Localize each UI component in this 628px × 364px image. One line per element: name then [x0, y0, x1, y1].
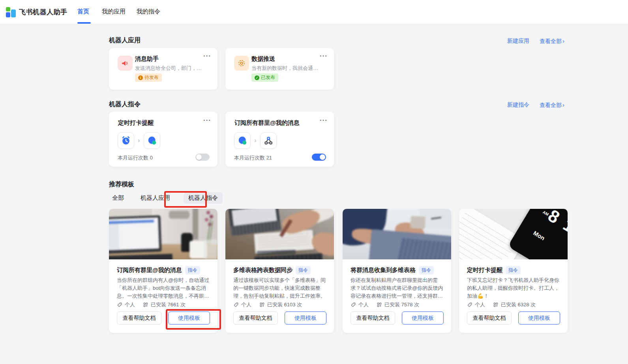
arrow-separator-icon: ›	[138, 137, 140, 144]
install-icon	[493, 302, 499, 308]
help-doc-button[interactable]: 查看帮助文档	[351, 311, 395, 325]
chat-bubble-icon	[234, 132, 251, 149]
app-title: 数据推送	[251, 55, 275, 63]
run-count-value: 0	[150, 155, 153, 161]
template-desc: 下班又忘记打卡？飞书机器人助手化身你的私人助理，提醒你按时打卡。打工人，加油💪！	[467, 276, 560, 300]
more-button[interactable]: ···	[203, 116, 211, 124]
scope-label: 个人	[475, 301, 485, 308]
view-all-commands-label: 查看全部	[540, 102, 562, 108]
enable-toggle[interactable]	[195, 154, 210, 161]
tab-home[interactable]: 首页	[77, 8, 89, 15]
check-icon: ✓	[255, 75, 259, 80]
command-title: 定时打卡提醒	[118, 119, 154, 127]
filter-all[interactable]: 全部	[109, 192, 127, 204]
template-photo-typing	[343, 209, 451, 259]
feishu-logo-icon	[6, 7, 16, 17]
help-doc-button[interactable]: 查看帮助文档	[467, 311, 512, 325]
app-desc: 发送消息给全公司，部门，…	[135, 65, 202, 72]
command-card-punch-reminder[interactable]: 定时打卡提醒 ··· › 本月运行次数 0	[109, 112, 217, 167]
status-label: 已发布	[261, 74, 275, 81]
scope-label: 个人	[241, 301, 251, 308]
run-count-value: 21	[266, 155, 272, 161]
workflow-icon	[260, 132, 277, 149]
run-count-label: 本月运行次数	[234, 155, 265, 161]
use-template-button[interactable]: 使用模板	[285, 311, 326, 325]
command-type-badge: 指令	[419, 266, 434, 274]
template-photo-laptop-window	[109, 209, 217, 259]
help-doc-button[interactable]: 查看帮助文档	[233, 311, 278, 325]
installs-label: 已安装 6328 次	[501, 301, 536, 308]
app-card-data-push[interactable]: 数据推送 当有新的数据时，我就会通… ✓ 已发布 ···	[225, 48, 334, 90]
template-stats: 个人 已安装 6103 次	[233, 301, 302, 308]
run-count-label: 本月运行次数	[118, 155, 148, 161]
view-all-commands-link[interactable]: 查看全部›	[540, 101, 564, 109]
chevron-right-icon: ›	[562, 38, 564, 44]
phone-am-label: AM	[542, 210, 549, 216]
tab-my-commands[interactable]: 我的指令	[137, 8, 160, 15]
command-title: 订阅所有群里@我的消息	[234, 119, 300, 127]
use-template-button[interactable]: 使用模板	[518, 311, 560, 325]
laptop-shape	[368, 229, 451, 259]
scope-label: 个人	[125, 301, 135, 308]
arrow-separator-icon: ›	[254, 137, 257, 144]
more-button[interactable]: ···	[320, 52, 328, 60]
section-title-commands: 机器人指令	[109, 100, 141, 109]
chat-bubble-icon	[144, 132, 160, 149]
template-title: 订阅所有群里@我的消息	[117, 266, 182, 274]
scope-label: 个人	[358, 301, 369, 308]
command-type-badge: 指令	[506, 266, 521, 274]
template-card-punch-reminder[interactable]: AM 8 1 Mon 定时打卡提醒 指令 下班又忘记打卡？飞书机器人助手化身你的…	[459, 209, 568, 333]
more-button[interactable]: ···	[320, 116, 328, 124]
template-stats: 个人 已安装 7661 次	[117, 301, 186, 308]
section-title-apps: 机器人应用	[109, 36, 141, 45]
new-command-link[interactable]: 新建指令	[507, 101, 529, 109]
section-title-templates: 推荐模板	[109, 180, 134, 189]
run-count-row: 本月运行次数 0	[118, 154, 153, 161]
template-photo-clock-phone: AM 8 1 Mon	[459, 209, 568, 259]
enable-toggle[interactable]	[312, 154, 326, 161]
gear-icon	[234, 56, 249, 71]
template-stats: 个人 已安装 7578 次	[351, 301, 419, 308]
command-type-badge: 指令	[185, 266, 200, 274]
filter-robot-commands[interactable]: 机器人指令	[184, 192, 223, 204]
template-card-subscribe-mentions[interactable]: 订阅所有群里@我的消息 指令 当你所在的群组内有人@你时，自动通过「机器人助手」…	[109, 209, 217, 333]
view-all-apps-label: 查看全部	[540, 38, 562, 44]
installs-label: 已安装 7661 次	[151, 301, 186, 308]
laptop-shape	[109, 216, 161, 254]
app-card-message-assistant[interactable]: 消息助手 发送消息给全公司，部门，… i 待发布 ···	[109, 48, 217, 90]
more-button[interactable]: ···	[203, 52, 211, 60]
tab-my-apps[interactable]: 我的应用	[102, 8, 126, 15]
tag-icon	[117, 302, 122, 308]
app-title: 消息助手	[135, 55, 159, 63]
view-all-apps-link[interactable]: 查看全部›	[540, 38, 564, 45]
install-icon	[259, 302, 265, 308]
help-doc-button[interactable]: 查看帮助文档	[117, 311, 161, 325]
filter-robot-apps[interactable]: 机器人应用	[137, 192, 173, 204]
install-icon	[377, 302, 382, 308]
template-desc: 你还在复制粘贴用户在群聊里提出的需求？试试自动按格式将记录@你的反馈内容记录在表…	[351, 276, 444, 300]
phone-day-label: Mon	[532, 229, 546, 241]
laptop-shape	[228, 209, 281, 236]
top-nav: 飞书机器人助手 首页 我的应用 我的指令	[0, 0, 628, 24]
status-badge-published: ✓ 已发布	[251, 73, 278, 82]
template-card-collect-messages[interactable]: 将群消息收集到多维表格 指令 你还在复制粘贴用户在群聊里提出的需求？试试自动按格…	[343, 209, 451, 333]
status-badge-pending: i 待发布	[135, 73, 162, 82]
template-stats: 个人 已安装 6328 次	[467, 301, 536, 308]
info-icon: i	[138, 75, 143, 80]
phone-shape: AM 8 1 Mon	[508, 209, 568, 259]
chevron-right-icon: ›	[562, 101, 564, 108]
command-card-subscribe-mentions[interactable]: 订阅所有群里@我的消息 ··· › 本月运行次数 21	[225, 112, 334, 167]
command-type-badge: 指令	[296, 266, 311, 274]
use-template-button[interactable]: 使用模板	[402, 311, 444, 325]
template-title: 多维表格跨表数据同步	[233, 266, 292, 274]
active-tab-underline	[77, 22, 91, 24]
tag-icon	[467, 302, 472, 308]
use-template-button[interactable]: 使用模板	[168, 311, 210, 325]
install-icon	[143, 302, 148, 308]
new-app-link[interactable]: 新建应用	[507, 38, 529, 45]
template-photo-meeting-desk	[225, 209, 334, 259]
brand-title: 飞书机器人助手	[19, 8, 67, 17]
installs-label: 已安装 6103 次	[267, 301, 302, 308]
installs-label: 已安装 7578 次	[384, 301, 419, 308]
template-card-base-sync[interactable]: 多维表格跨表数据同步 指令 通过该模板可以实现多个「多维表格」间的一键数据同步功…	[225, 209, 334, 333]
